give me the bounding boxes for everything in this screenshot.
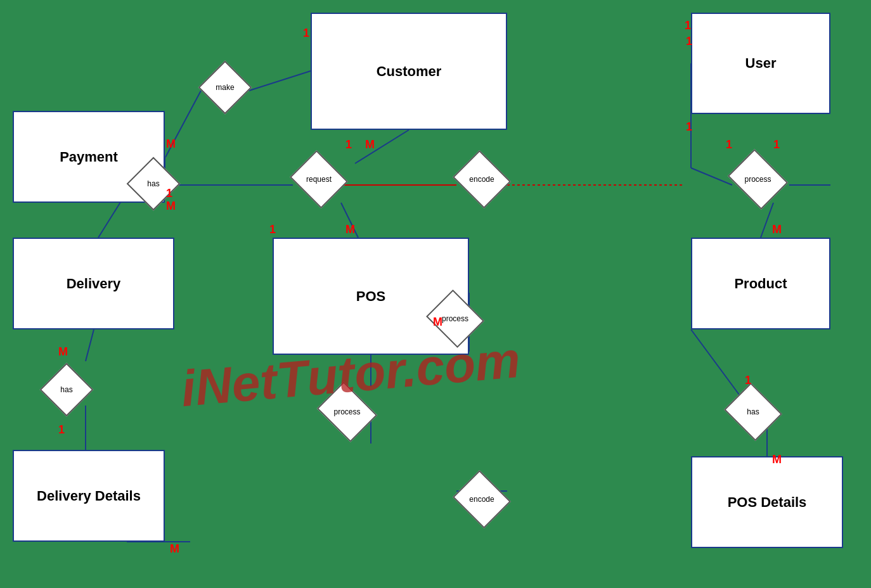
pos-entity: Product — [691, 238, 830, 329]
card-process1-1a: 1 — [726, 138, 732, 151]
delivery-details-entity: Delivery — [13, 238, 174, 329]
has1-diamond: has — [131, 162, 176, 206]
card-has2-m: M — [58, 345, 68, 359]
card-payment-m: M — [166, 137, 176, 151]
card-request-bot1: 1 — [269, 223, 276, 236]
card-process1-m: M — [772, 223, 782, 236]
user-entity: User — [691, 13, 830, 114]
customer-entity: Customer — [311, 13, 507, 130]
card-product-m: M — [170, 542, 179, 556]
card-process1-1b: 1 — [773, 138, 780, 151]
card-user-top2: 1 — [686, 35, 692, 48]
card-has3-1: 1 — [745, 374, 751, 387]
card-has3-m: M — [772, 453, 782, 466]
card-customer-make: 1 — [303, 27, 309, 40]
encode2-diamond: encode — [456, 477, 507, 521]
process1-diamond: process — [731, 157, 785, 201]
card-request-m: M — [365, 138, 375, 151]
card-has2-1: 1 — [58, 423, 65, 437]
has3-diamond: has — [728, 390, 778, 434]
pos-details-entity: POS Details — [691, 456, 843, 548]
svg-line-0 — [249, 71, 311, 91]
card-delivery-m: M — [345, 223, 355, 236]
svg-line-5 — [355, 130, 409, 163]
card-user-bot: 1 — [686, 120, 692, 134]
encode-diamond: encode — [456, 157, 507, 201]
svg-line-16 — [86, 329, 94, 361]
svg-line-11 — [691, 168, 732, 185]
make-diamond: make — [203, 65, 247, 110]
product-entity: Delivery Details — [13, 450, 165, 542]
card-request-1: 1 — [345, 138, 352, 151]
card-user-top1: 1 — [685, 19, 691, 32]
request-diamond: request — [294, 157, 344, 201]
has2-diamond: has — [44, 368, 89, 412]
